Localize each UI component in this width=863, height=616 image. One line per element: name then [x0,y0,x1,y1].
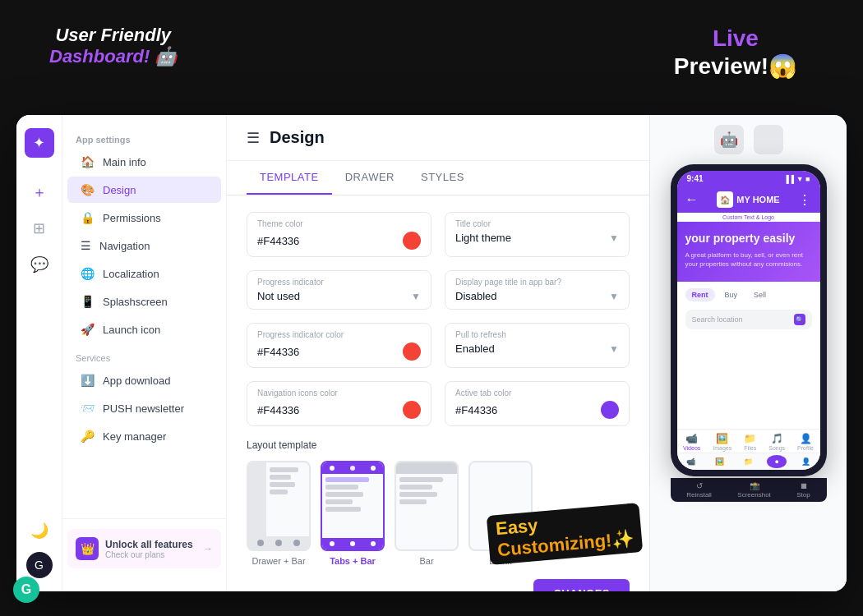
nav-icons-color-value: #F44336 [257,404,299,416]
sidebar-item-splashscreen[interactable]: 📱 Splashscreen [67,288,221,315]
layout-preview-drawer-bar [247,461,311,551]
images-label: Images [713,445,731,451]
sidebar-item-design[interactable]: 🎨 Design [67,177,221,203]
pull-refresh-label: Pull to refresh [455,330,619,339]
save-changes-button[interactable]: CHANGES [533,579,630,591]
active-tab-color-dot[interactable] [601,401,619,419]
sidebar: App settings 🏠 Main info 🎨 Design 🔒 Perm… [62,115,227,591]
theme-color-group[interactable]: Theme color #F44336 [247,212,432,257]
progress-indicator-group[interactable]: Progress indicator Not used ▼ [247,270,432,310]
icon-bar: ✦ ＋ ⊞ 💬 🌙 G [16,115,62,591]
tab-styles[interactable]: STYLES [408,161,478,195]
sell-tab[interactable]: Sell [747,288,773,301]
icon-bar-moon[interactable]: 🌙 [25,516,54,545]
chevron-down-icon: ▼ [609,232,619,244]
sidebar-item-push[interactable]: 📨 PUSH newsletter [67,395,221,421]
progress-indicator-label: Progress indicator [257,278,421,287]
screenshot-button[interactable]: 📸 Screenshot [737,481,770,499]
sidebar-item-permissions[interactable]: 🔒 Permissions [67,205,221,231]
sidebar-item-design-label: Design [103,184,136,196]
pull-refresh-group[interactable]: Pull to refresh Enabled ▼ [445,323,630,368]
nav-songs[interactable]: 🎵 Songs [768,433,785,451]
apple-icon[interactable] [754,125,783,154]
nav-files[interactable]: 📁 Files [744,433,756,451]
icon-bar-grid[interactable]: ⊞ [25,214,54,243]
progress-color-value: #F44336 [257,346,299,358]
layout-card-bar[interactable]: Bar [395,461,459,566]
rent-tab[interactable]: Rent [685,288,715,301]
sidebar-item-key-manager[interactable]: 🔑 Key manager [67,423,221,449]
icon-bar-chat[interactable]: 💬 [25,250,54,279]
reinstall-button[interactable]: ↺ Reinstall [686,481,712,499]
songs-icon: 🎵 [771,433,783,444]
stop-icon: ⏹ [800,481,808,490]
layout-preview-bar [395,461,459,551]
active-tab-color-value: #F44336 [455,404,497,416]
display-title-group[interactable]: Display page title in app bar? Disabled … [445,270,630,310]
hamburger-icon[interactable]: ☰ [247,129,260,147]
design-icon: 🎨 [81,183,95,196]
arrow-right-icon: → [203,543,213,554]
nav-videos[interactable]: 📹 Videos [683,433,700,451]
easy-label: Easy [495,515,538,539]
home-icon: 🏠 [81,155,95,168]
sidebar-item-splashscreen-label: Splashscreen [103,296,168,308]
chevron-down-icon-3: ▼ [609,291,619,302]
phone-time: 9:41 [687,174,704,183]
search-icon[interactable]: 🔍 [794,314,805,325]
launch-icon-icon: 🚀 [81,323,95,336]
grammarly-icon[interactable]: G [13,577,39,603]
nav2-1: 📹 [681,455,701,468]
sidebar-item-app-download[interactable]: ⬇️ App download [67,367,221,393]
layout-card-drawer-bar[interactable]: Drawer + Bar [247,461,311,566]
more-options-icon[interactable]: ⋮ [798,192,811,208]
phone-search-bar[interactable]: Search location 🔍 [685,310,812,329]
profile-label: Profile [797,445,814,451]
back-arrow-icon[interactable]: ← [685,192,699,207]
theme-color-dot[interactable] [403,232,421,250]
hero-title: your property easily [685,232,812,246]
annotation-tr-preview: Preview!😱 [674,53,797,80]
title-color-group[interactable]: Title color Light theme ▼ [445,212,630,257]
layout-name-bar: Bar [419,556,433,566]
phone-icon: 📱 [81,295,95,308]
chevron-down-icon-4: ▼ [609,343,619,355]
sidebar-item-main-info[interactable]: 🏠 Main info [67,149,221,175]
songs-label: Songs [768,445,785,451]
sidebar-item-launch-icon[interactable]: 🚀 Launch icon [67,316,221,342]
nav-icon: ☰ [81,239,91,252]
push-icon: 📨 [81,402,95,415]
sidebar-item-key-label: Key manager [103,430,166,443]
progress-color-dot[interactable] [403,342,421,361]
nav2-2: 🖼️ [710,455,730,468]
progress-color-group[interactable]: Progress indicator color #F44336 [247,323,432,368]
active-tab-color-group[interactable]: Active tab color #F44336 [445,381,630,426]
display-title-value: Disabled [455,290,497,302]
app-logo[interactable]: ✦ [25,128,54,158]
sidebar-bottom: 👑 Unlock all features Check our plans → [62,518,226,578]
form-row-3: Progress indicator color #F44336 Pull to… [247,323,630,368]
nav-profile[interactable]: 👤 Profile [797,433,814,451]
tab-drawer[interactable]: DRAWER [332,161,408,195]
sidebar-item-localization[interactable]: 🌐 Localization [67,260,221,287]
unlock-features-item[interactable]: 👑 Unlock all features Check our plans → [67,529,221,568]
nav2-3: 📁 [738,455,758,468]
nav-icons-color-group[interactable]: Navigation icons color #F44336 [247,381,432,426]
tab-template[interactable]: TEMPLATE [247,161,332,195]
nav-images[interactable]: 🖼️ Images [713,433,731,451]
phone-hero: your property easily A great platform to… [677,222,820,282]
phone-nav-bar: ← 🏠 MY HOME ⋮ [677,186,820,213]
key-icon: 🔑 [81,430,95,443]
icon-bar-avatar[interactable]: G [26,552,53,578]
android-icon[interactable]: 🤖 [714,125,744,154]
layout-card-tabs-bar[interactable]: Tabs + Bar [321,461,385,566]
buy-tab[interactable]: Buy [718,288,745,301]
sidebar-item-navigation[interactable]: ☰ Navigation [67,232,221,259]
nav-icons-color-dot[interactable] [403,401,421,419]
icon-bar-add[interactable]: ＋ [25,177,54,207]
chevron-down-icon-2: ▼ [411,291,421,302]
sidebar-app-settings-label: App settings [62,128,226,148]
form-row-2: Progress indicator Not used ▼ Display pa… [247,270,630,310]
annotation-top-left: User Friendly Dashboard! 🤖 [49,25,177,68]
stop-button[interactable]: ⏹ Stop [796,481,810,499]
